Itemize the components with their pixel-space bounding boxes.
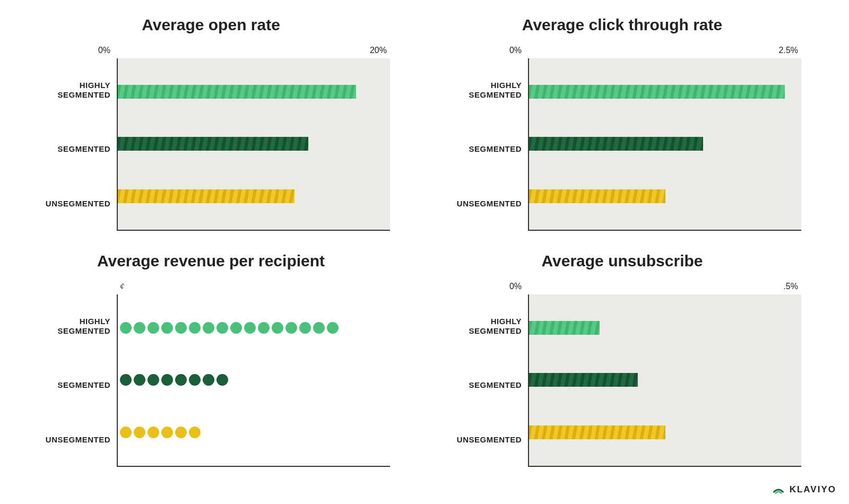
bar-highly <box>118 85 356 99</box>
chart-open-rate: Average open rate 0% 20% HIGHLYSEGMENTED… <box>32 16 390 231</box>
chart-unsubscribe: Average unsubscribe 0% .5% HIGHLYSEGMENT… <box>443 252 801 467</box>
bar-highly <box>529 85 785 99</box>
cat-segmented: SEGMENTED <box>443 144 522 154</box>
bar-highly <box>529 321 600 335</box>
chart-revenue: Average revenue per recipient ¢ HIGHLYSE… <box>32 252 390 467</box>
brand-logo: KLAVIYO <box>772 483 836 497</box>
chart-click-rate: Average click through rate 0% 2.5% HIGHL… <box>443 16 801 231</box>
category-labels: HIGHLYSEGMENTED SEGMENTED UNSEGMENTED <box>32 58 117 231</box>
category-labels: HIGHLYSEGMENTED SEGMENTED UNSEGMENTED <box>443 294 528 467</box>
cat-unsegmented: UNSEGMENTED <box>443 199 522 208</box>
bar-segmented <box>118 137 308 151</box>
cat-highly: HIGHLYSEGMENTED <box>443 81 522 100</box>
cat-highly: HIGHLYSEGMENTED <box>32 81 110 100</box>
brand-text: KLAVIYO <box>790 484 836 495</box>
bar-segmented <box>529 373 638 387</box>
dots-segmented <box>118 374 390 386</box>
cat-segmented: SEGMENTED <box>32 380 110 390</box>
dots-unsegmented <box>118 427 390 438</box>
cat-unsegmented: UNSEGMENTED <box>32 435 110 445</box>
cat-unsegmented: UNSEGMENTED <box>32 199 110 208</box>
plot-panel <box>117 294 390 467</box>
axis-labels: 0% .5% <box>443 282 801 291</box>
plot-panel <box>528 294 801 467</box>
category-labels: HIGHLYSEGMENTED SEGMENTED UNSEGMENTED <box>32 294 117 467</box>
axis-labels: 0% 20% <box>32 46 390 55</box>
chart-title: Average unsubscribe <box>443 252 801 270</box>
chart-title: Average revenue per recipient <box>32 252 390 270</box>
bar-unsegmented <box>529 189 665 203</box>
dots-highly <box>118 322 390 334</box>
axis-labels: 0% 2.5% <box>443 46 801 55</box>
bar-segmented <box>529 137 703 151</box>
plot-panel <box>528 58 801 231</box>
cat-segmented: SEGMENTED <box>32 144 110 154</box>
plot-panel <box>117 58 390 231</box>
cat-segmented: SEGMENTED <box>443 380 522 390</box>
chart-title: Average click through rate <box>443 16 801 34</box>
bar-unsegmented <box>529 425 665 439</box>
cat-unsegmented: UNSEGMENTED <box>443 435 522 445</box>
category-labels: HIGHLYSEGMENTED SEGMENTED UNSEGMENTED <box>443 58 528 231</box>
bar-unsegmented <box>118 189 294 203</box>
klaviyo-icon <box>772 483 785 497</box>
cat-highly: HIGHLYSEGMENTED <box>32 317 110 336</box>
axis-labels: ¢ <box>32 282 390 291</box>
chart-title: Average open rate <box>32 16 390 34</box>
cat-highly: HIGHLYSEGMENTED <box>443 317 522 336</box>
